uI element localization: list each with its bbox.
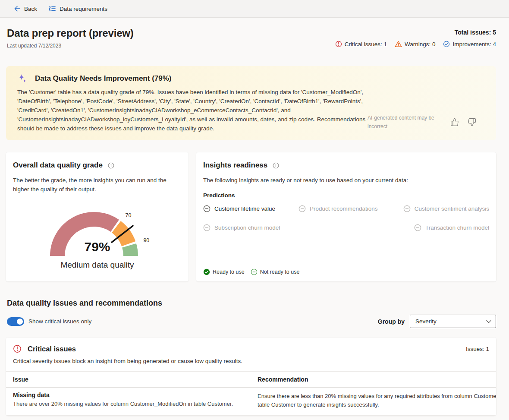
- predictions-grid: Customer lifetime valueProduct recommend…: [203, 205, 489, 231]
- prediction-label: Customer sentiment analysis: [415, 205, 489, 212]
- ready-icon: [203, 268, 210, 275]
- insights-readiness-title: Insights readiness: [203, 161, 267, 170]
- group-by-label: Group by: [378, 318, 405, 325]
- not-ready-icon: [203, 224, 211, 231]
- ai-summary-body: The 'Customer' table has a data quality …: [17, 88, 379, 133]
- recommendation-line: Ensure there are less than 20% missing v…: [258, 392, 496, 401]
- improvements-badge: Improvements: 4: [443, 41, 496, 47]
- page-header: Data prep report (preview) Last updated …: [6, 27, 496, 58]
- issues-table-header: Issue Recommendation: [6, 371, 496, 388]
- recommendation-cell: Ensure there are less than 20% missing v…: [258, 392, 496, 409]
- thumbs-up-button[interactable]: [450, 118, 459, 126]
- insights-readiness-card: Insights readiness The following insight…: [196, 152, 496, 281]
- ai-sparkle-icon: [17, 73, 28, 84]
- critical-only-toggle-label: Show critical issues only: [28, 318, 91, 325]
- prediction-label: Product recommendations: [310, 205, 378, 212]
- issue-title: Missing data: [13, 392, 258, 398]
- readiness-legend: Ready to useNot ready to use: [203, 268, 489, 275]
- thumbs-up-icon: [450, 118, 459, 126]
- critical-issues-count: Issues: 1: [466, 346, 489, 352]
- prediction-item: Subscription churn model: [203, 224, 298, 231]
- info-icon[interactable]: [108, 162, 114, 169]
- warnings-label: Warnings: 0: [405, 41, 436, 47]
- prediction-item: Transaction churn model: [414, 224, 489, 231]
- issues-table: Issue Recommendation Missing data There …: [6, 371, 496, 416]
- critical-issues-card: Critical issues Issues: 1 Critical sever…: [6, 338, 496, 416]
- improvements-label: Improvements: 4: [452, 41, 496, 47]
- prediction-label: Transaction churn model: [425, 224, 489, 231]
- quality-grade-description: The better the grade, the more insights …: [13, 176, 173, 194]
- warnings-badge: Warnings: 0: [395, 41, 436, 47]
- toggle-knob: [17, 319, 23, 325]
- back-arrow-icon: [13, 5, 21, 13]
- insights-readiness-description: The following insights are ready or not …: [203, 176, 489, 185]
- critical-issues-label: Critical issues: 1: [345, 41, 387, 47]
- thumbs-down-icon: [468, 118, 476, 126]
- column-header-issue: Issue: [13, 376, 258, 383]
- prediction-item: Customer sentiment analysis: [403, 205, 489, 212]
- predictions-group-label: Predictions: [203, 192, 489, 199]
- improvement-check-icon: [443, 41, 450, 47]
- requirements-list-icon: [48, 5, 56, 13]
- chevron-down-icon: [486, 320, 491, 323]
- prediction-item: Customer lifetime value: [203, 205, 298, 212]
- legend-item-not-ready: Not ready to use: [251, 268, 300, 275]
- thumbs-down-button[interactable]: [468, 118, 476, 126]
- data-requirements-button[interactable]: Data requirements: [48, 5, 107, 13]
- ai-disclaimer: AI-generated content may be incorrect: [368, 114, 438, 131]
- legend-label: Ready to use: [213, 269, 245, 275]
- issue-detail: There are over 20% missing values for co…: [13, 401, 258, 407]
- legend-label: Not ready to use: [260, 269, 300, 275]
- not-ready-icon: [251, 268, 258, 275]
- issues-controls: Show critical issues only Group by Sever…: [6, 315, 496, 328]
- ai-summary-title: Data Quality Needs Improvement (79%): [35, 74, 171, 83]
- ai-summary-banner: Data Quality Needs Improvement (79%) The…: [6, 66, 496, 140]
- prediction-label: Subscription churn model: [214, 224, 280, 231]
- not-ready-icon: [403, 205, 411, 212]
- topbar: Back Data requirements: [0, 0, 509, 18]
- critical-only-toggle[interactable]: [7, 317, 24, 326]
- issue-cell: Missing data There are over 20% missing …: [13, 392, 258, 409]
- issues-section-heading: Data quality issues and recommendations: [7, 299, 496, 308]
- info-icon[interactable]: [273, 162, 279, 169]
- group-by-selected-value: Severity: [415, 318, 437, 325]
- recommendation-line: table Customer to generate insights succ…: [258, 401, 496, 409]
- svg-text:70: 70: [125, 212, 131, 218]
- critical-issue-icon: [335, 41, 342, 47]
- quality-gauge: 7090 79% Medium data quality: [37, 196, 158, 270]
- table-row: Missing data There are over 20% missing …: [6, 388, 496, 416]
- critical-issues-description: Critical severity issues block an insigh…: [6, 358, 496, 364]
- quality-grade-card: Overall data quality grade The better th…: [6, 152, 189, 281]
- gauge-value: 79%: [37, 240, 158, 254]
- back-label: Back: [24, 6, 37, 12]
- back-button[interactable]: Back: [13, 5, 37, 13]
- column-header-recommendation: Recommendation: [258, 376, 496, 383]
- total-issues: Total issues: 5: [335, 29, 496, 36]
- not-ready-icon: [298, 205, 306, 212]
- gauge-chart: 7090: [37, 196, 158, 270]
- prediction-item: Product recommendations: [298, 205, 394, 212]
- prediction-label: Customer lifetime value: [214, 205, 275, 212]
- quality-grade-title: Overall data quality grade: [13, 161, 103, 170]
- main-content: Data prep report (preview) Last updated …: [0, 27, 509, 416]
- not-ready-icon: [414, 224, 421, 231]
- not-ready-icon: [203, 205, 211, 212]
- critical-issue-icon: [13, 344, 22, 353]
- critical-issues-badge: Critical issues: 1: [335, 41, 387, 47]
- legend-item-ready: Ready to use: [203, 268, 245, 275]
- data-requirements-label: Data requirements: [60, 6, 107, 12]
- critical-issues-title: Critical issues: [28, 345, 76, 353]
- group-by-select[interactable]: Severity: [410, 315, 496, 328]
- warning-icon: [395, 41, 402, 47]
- issue-summary: Total issues: 5 Critical issues: 1 Warni…: [335, 29, 496, 47]
